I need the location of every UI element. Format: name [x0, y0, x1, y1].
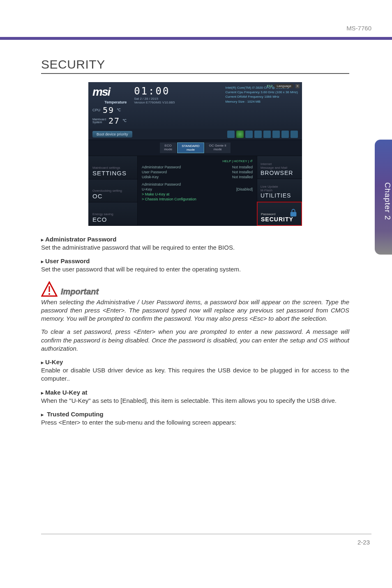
- cfg-key[interactable]: Administrator Password: [142, 165, 181, 169]
- security-config-panel: HELP | HOTKEY | ↺ Administrator Password…: [138, 156, 257, 226]
- cfg-submenu[interactable]: > Chassis Intrusion Configuration: [142, 197, 196, 201]
- standard-mode-tab[interactable]: STANDARD mode: [177, 142, 204, 153]
- cfg-key[interactable]: Administrator Password: [142, 182, 181, 186]
- bios-date: Sat 2 / 28 / 2015: [134, 97, 175, 101]
- item-text: Set the administrative password that wil…: [41, 243, 349, 252]
- boot-device-icon[interactable]: [227, 131, 235, 138]
- cfg-val: [Disabled]: [236, 187, 253, 191]
- memory-size-line: Memory Size : 1024 MB: [225, 99, 298, 104]
- msi-logo: msi: [92, 85, 127, 99]
- cfg-key[interactable]: U-Key: [142, 187, 152, 191]
- cpu-freq-line: Current Cpu Frequency 3.60 GHz (100 x 36…: [225, 90, 298, 94]
- cfg-key[interactable]: Udisk-Key: [142, 175, 159, 179]
- boot-device-icon[interactable]: [281, 131, 289, 138]
- nav-utilities[interactable]: Live Update M-Flash UTILITIES: [257, 179, 302, 202]
- nav-eco[interactable]: Energy saving ECO: [88, 202, 138, 226]
- system-label: Mainboard System: [92, 118, 106, 124]
- boot-device-icon[interactable]: [236, 131, 244, 138]
- nav-settings[interactable]: Mainboard settings SETTINGS: [88, 156, 138, 179]
- boot-device-icon[interactable]: [263, 131, 271, 138]
- system-temp: 27: [108, 116, 120, 126]
- item-heading: User Password: [41, 257, 349, 264]
- cpu-label: CPU: [92, 108, 100, 112]
- help-hotkey-line: HELP | HOTKEY | ↺: [142, 159, 253, 163]
- boot-device-icon[interactable]: [272, 131, 280, 138]
- item-text: Enable or disable USB driver device as k…: [41, 366, 349, 383]
- doc-model: MS-7760: [346, 25, 371, 32]
- important-label: Important: [61, 282, 349, 296]
- close-icon[interactable]: X: [295, 84, 300, 88]
- important-text: To clear a set password, press <Enter> w…: [41, 328, 349, 353]
- svg-point-2: [48, 293, 50, 295]
- boot-device-icon[interactable]: [254, 131, 262, 138]
- item-text: When the "U-Key" as sets to [Enabled], t…: [41, 397, 349, 405]
- item-heading: Make U-Key at: [41, 389, 349, 396]
- nav-security[interactable]: Password SECURITY: [257, 202, 302, 226]
- language-button[interactable]: Language: [274, 84, 294, 88]
- cfg-key[interactable]: User Password: [142, 170, 167, 174]
- page-number: 2-23: [357, 539, 370, 546]
- section-title: SECURITY: [41, 57, 349, 74]
- chapter-tab: Chapter 2: [375, 140, 392, 255]
- item-text: Press <Enter> to enter the sub-menu and …: [41, 418, 349, 427]
- important-text: When selecting the Administrative / User…: [41, 298, 349, 323]
- bios-version: Version E7760IMS V10.8B5: [134, 101, 175, 104]
- footer-divider: [41, 534, 371, 534]
- temperature-label: Temperature: [92, 100, 127, 104]
- cfg-val: Not Installed: [232, 170, 253, 174]
- dram-freq-line: Current DRAM Frequency 1066 MHz: [225, 94, 298, 99]
- cfg-val: Not Installed: [232, 165, 253, 169]
- warning-icon: [41, 281, 58, 298]
- f12-label: F12: [267, 84, 273, 88]
- cfg-submenu[interactable]: > Make U-Key at: [142, 192, 169, 196]
- bios-clock: 01:00: [134, 85, 175, 97]
- item-heading: Trusted Computing: [41, 411, 349, 418]
- bios-screenshot: F12 Language X msi Temperature CPU59℃ Ma…: [88, 82, 302, 226]
- lock-icon: [289, 208, 298, 217]
- item-text: Set the user password that will be requi…: [41, 265, 349, 273]
- nav-oc[interactable]: Overclocking setting OC: [88, 179, 138, 203]
- boot-device-icon[interactable]: [291, 131, 298, 138]
- boot-priority-button[interactable]: Boot device priority: [92, 131, 132, 138]
- nav-browser[interactable]: Internet Message and Mail BROWSER: [257, 156, 302, 179]
- eco-mode-tab[interactable]: ECO mode: [160, 142, 176, 153]
- cfg-val: Not Installed: [232, 175, 253, 179]
- ocgenie-mode-tab[interactable]: OC Genie II mode: [205, 142, 231, 153]
- boot-device-icon[interactable]: [245, 131, 253, 138]
- cpu-temp: 59: [103, 105, 114, 115]
- item-heading: U-Key: [41, 358, 349, 365]
- header-divider: [0, 37, 392, 40]
- item-heading: Administrator Password: [41, 236, 349, 243]
